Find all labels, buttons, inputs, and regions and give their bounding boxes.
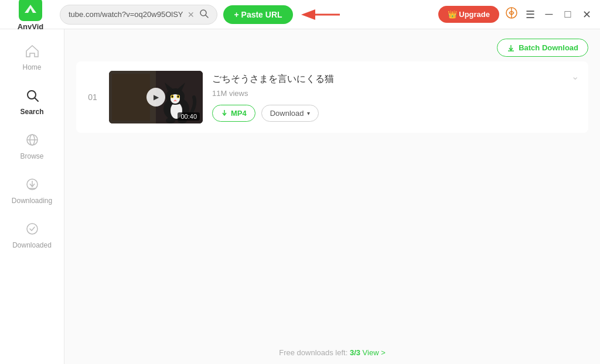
sidebar-item-downloaded-label: Downloaded bbox=[12, 241, 52, 249]
footer-count: 3/3 bbox=[350, 348, 360, 357]
svg-rect-20 bbox=[112, 74, 150, 121]
close-icon[interactable]: ✕ bbox=[580, 8, 593, 21]
sidebar-item-home-label: Home bbox=[22, 63, 41, 71]
url-display: tube.com/watch?v=oq20w95OlSY bbox=[69, 10, 183, 19]
video-more-icon[interactable]: ⌄ bbox=[571, 71, 579, 82]
svg-point-14 bbox=[27, 224, 38, 234]
svg-point-30 bbox=[178, 95, 179, 98]
notification-icon[interactable] bbox=[505, 6, 518, 22]
sidebar-item-downloaded[interactable]: Downloaded bbox=[0, 213, 64, 257]
minimize-icon[interactable]: ─ bbox=[543, 8, 555, 20]
sidebar-item-browse[interactable]: Browse bbox=[0, 124, 64, 169]
home-icon bbox=[25, 43, 40, 61]
search-icon bbox=[25, 88, 40, 105]
footer-text-before: Free downloads left: bbox=[279, 348, 350, 357]
main-area: Home Search Browse bbox=[0, 29, 600, 364]
content-header: Batch Download bbox=[64, 29, 600, 61]
batch-download-button[interactable]: Batch Download bbox=[497, 39, 588, 57]
video-views: 11M views bbox=[212, 89, 579, 98]
downloading-icon bbox=[25, 177, 40, 194]
mp4-label: MP4 bbox=[231, 109, 247, 118]
browse-icon bbox=[25, 132, 40, 150]
batch-download-label: Batch Download bbox=[519, 43, 578, 52]
url-input-wrapper[interactable]: tube.com/watch?v=oq20w95OlSY ✕ bbox=[60, 5, 217, 25]
results-area: 01 bbox=[64, 61, 600, 341]
svg-line-1 bbox=[206, 15, 208, 18]
video-title: ごちそうさまを言いにくる猫 bbox=[212, 73, 579, 85]
mp4-button[interactable]: MP4 bbox=[212, 105, 255, 122]
maximize-icon[interactable]: □ bbox=[561, 8, 574, 20]
title-bar: AnyVid tube.com/watch?v=oq20w95OlSY ✕ + … bbox=[0, 0, 600, 29]
sidebar-item-search-label: Search bbox=[20, 108, 43, 116]
svg-point-32 bbox=[166, 118, 175, 123]
url-clear-button[interactable]: ✕ bbox=[188, 11, 195, 19]
logo-area: AnyVid bbox=[7, 0, 54, 31]
url-search-icon[interactable] bbox=[199, 9, 209, 20]
svg-line-7 bbox=[35, 98, 38, 102]
sidebar-item-downloading[interactable]: Downloading bbox=[0, 169, 64, 213]
video-actions: MP4 Download ▾ bbox=[212, 105, 579, 122]
app-logo bbox=[19, 0, 42, 21]
menu-icon[interactable]: ☰ bbox=[524, 8, 537, 21]
download-button[interactable]: Download ▾ bbox=[261, 105, 319, 122]
footer-view-link[interactable]: View > bbox=[363, 348, 386, 357]
video-info: ごちそうさまを言いにくる猫 11M views MP4 Download bbox=[212, 73, 579, 122]
sidebar-item-downloading-label: Downloading bbox=[12, 197, 52, 205]
chevron-down-icon: ▾ bbox=[307, 110, 310, 116]
paste-url-button[interactable]: + Paste URL bbox=[223, 5, 292, 24]
downloaded-icon bbox=[25, 221, 40, 239]
arrow-indicator bbox=[299, 6, 346, 23]
video-result-item: 01 bbox=[76, 61, 588, 133]
sidebar-item-home[interactable]: Home bbox=[0, 35, 64, 80]
toolbar-icons: ☰ ─ □ ✕ bbox=[505, 6, 593, 22]
sidebar: Home Search Browse bbox=[0, 29, 64, 364]
url-bar-area: tube.com/watch?v=oq20w95OlSY ✕ + Paste U… bbox=[60, 5, 346, 25]
upgrade-button[interactable]: 👑 Upgrade bbox=[438, 6, 499, 23]
video-number: 01 bbox=[86, 92, 100, 102]
sidebar-item-search[interactable]: Search bbox=[0, 80, 64, 124]
download-label: Download bbox=[270, 109, 304, 118]
sidebar-item-browse-label: Browse bbox=[20, 152, 43, 160]
play-button[interactable]: ▶ bbox=[146, 88, 165, 107]
video-duration: 00:40 bbox=[178, 112, 200, 121]
svg-point-29 bbox=[172, 95, 173, 98]
video-thumbnail[interactable]: ▶ 00:40 bbox=[109, 71, 203, 123]
content-area: Batch Download 01 bbox=[64, 29, 600, 364]
footer: Free downloads left: 3/3 View > bbox=[64, 341, 600, 364]
